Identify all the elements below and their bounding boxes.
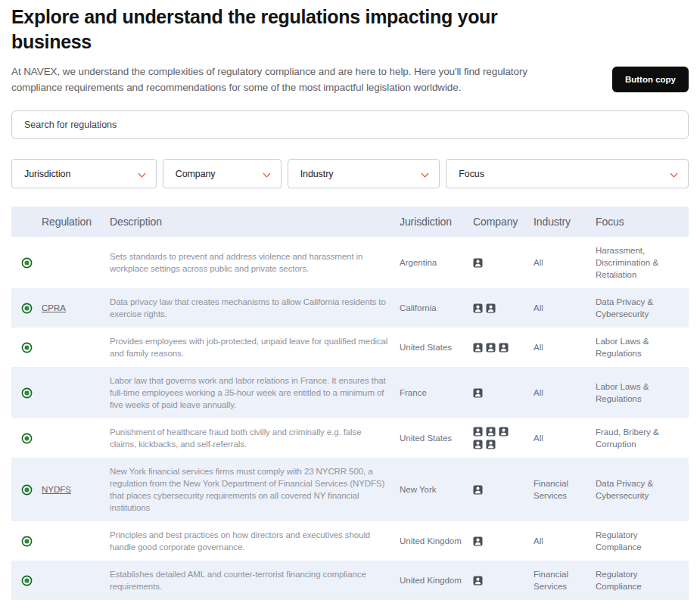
industry-cell: All	[534, 527, 596, 555]
person-badge-icon	[473, 427, 483, 437]
industry-cell: All	[534, 249, 596, 276]
industry-dropdown-label: Industry	[300, 169, 334, 179]
regulation-cell	[42, 533, 110, 549]
company-cell	[473, 296, 523, 321]
focus-cell: Labor Laws & Regulations	[596, 373, 689, 412]
search-bar	[11, 110, 689, 139]
jurisdiction-cell: United Kingdom	[400, 527, 473, 555]
description-cell: Punishment of healthcare fraud both civi…	[110, 418, 400, 458]
industry-cell: All	[534, 334, 596, 361]
company-cell	[473, 529, 523, 554]
regulation-cell	[42, 385, 110, 400]
focus-cell: Data Privacy & Cybersecurity	[596, 288, 689, 328]
table-row: Punishment of healthcare fraud both civi…	[11, 418, 689, 458]
focus-dropdown-label: Focus	[459, 169, 484, 179]
focus-cell: Regulatory Compliance	[596, 561, 689, 600]
regulation-link[interactable]: NYDFS	[42, 485, 71, 494]
green-target-icon	[11, 528, 42, 555]
chevron-down-icon	[421, 167, 429, 181]
company-cell	[473, 250, 523, 275]
person-badge-icon	[473, 485, 483, 495]
person-badge-icon	[473, 343, 483, 353]
page-title: Explore and understand the regulations i…	[11, 5, 541, 54]
company-dropdown[interactable]: Company	[163, 159, 282, 188]
table-row: Establishes detailed AML and counter-ter…	[11, 561, 689, 600]
regulation-cell	[42, 430, 110, 446]
regulation-cell: CPRA	[42, 294, 110, 322]
person-badge-icon	[473, 536, 483, 546]
green-target-icon	[11, 425, 42, 452]
person-badge-icon	[486, 303, 496, 313]
industry-cell: Financial Services	[534, 561, 596, 600]
description-cell: Provides employees with job-protected, u…	[110, 328, 400, 367]
company-cell	[473, 568, 523, 593]
industry-dropdown[interactable]: Industry	[288, 159, 440, 188]
person-badge-icon	[473, 303, 483, 313]
description-cell: Sets standards to prevent and address vi…	[110, 243, 400, 282]
green-target-icon	[11, 295, 42, 322]
industry-cell: All	[534, 294, 596, 322]
intro-row: At NAVEX, we understand the complexities…	[11, 64, 689, 95]
regulation-link[interactable]: CPRA	[42, 303, 66, 312]
company-dropdown-label: Company	[176, 169, 216, 179]
search-input[interactable]	[11, 110, 689, 139]
table-row: Principles and best practices on how dir…	[11, 521, 689, 561]
focus-cell: Harassment, Discrimination & Retaliation	[596, 237, 689, 288]
table-row: CPRAData privacy law that creates mechan…	[11, 288, 689, 328]
person-badge-icon	[473, 440, 483, 449]
jurisdiction-cell: United Kingdom	[400, 567, 473, 594]
download-row	[11, 600, 689, 606]
description-cell: Establishes detailed AML and counter-ter…	[110, 561, 400, 600]
person-badge-icon	[486, 427, 496, 437]
regulations-page: Explore and understand the regulations i…	[0, 0, 700, 606]
description-cell: Labor law that governs work and labor re…	[110, 367, 400, 418]
green-target-icon	[11, 380, 42, 406]
industry-cell: All	[534, 379, 596, 406]
focus-cell: Regulatory Compliance	[596, 521, 689, 561]
focus-dropdown[interactable]: Focus	[446, 159, 689, 188]
column-header-description: Description	[110, 216, 400, 228]
column-header-regulation: Regulation	[42, 216, 110, 228]
jurisdiction-cell: United States	[400, 424, 473, 452]
table-row: Labor law that governs work and labor re…	[11, 367, 689, 418]
column-header-focus: Focus	[596, 216, 689, 228]
regulation-cell	[42, 255, 110, 270]
table-row: Provides employees with job-protected, u…	[11, 328, 689, 367]
industry-cell: All	[534, 424, 596, 452]
company-cell	[473, 381, 523, 406]
cta-button[interactable]: Button copy	[612, 67, 689, 92]
green-target-icon	[11, 250, 42, 276]
jurisdiction-dropdown-label: Jurisdiction	[24, 169, 70, 179]
jurisdiction-cell: Argentina	[400, 249, 473, 276]
person-badge-icon	[473, 258, 483, 268]
green-target-icon	[11, 334, 42, 361]
chevron-down-icon	[263, 167, 271, 181]
table-row: NYDFSNew York financial services firms m…	[11, 458, 689, 521]
column-header-industry: Industry	[534, 216, 596, 228]
intro-text: At NAVEX, we understand the complexities…	[11, 64, 579, 95]
description-cell: Data privacy law that creates mechanisms…	[110, 288, 400, 328]
column-header-company: Company	[473, 216, 534, 228]
focus-cell: Labor Laws & Regulations	[596, 328, 689, 367]
regulation-cell	[42, 340, 110, 355]
focus-cell: Data Privacy & Cybersecurity	[596, 470, 689, 509]
description-cell: Principles and best practices on how dir…	[110, 521, 400, 561]
table-row: Sets standards to prevent and address vi…	[11, 237, 689, 288]
table-body: Sets standards to prevent and address vi…	[11, 237, 689, 600]
filter-row: Jurisdiction Company Industry Focus	[11, 159, 689, 188]
person-badge-icon	[473, 576, 483, 586]
column-header-jurisdiction: Jurisdiction	[400, 216, 473, 228]
green-target-icon	[11, 567, 42, 594]
company-cell	[473, 335, 523, 360]
jurisdiction-dropdown[interactable]: Jurisdiction	[11, 159, 157, 188]
green-target-icon	[11, 477, 42, 503]
person-badge-icon	[499, 427, 509, 437]
jurisdiction-cell: California	[400, 294, 473, 322]
jurisdiction-cell: France	[400, 379, 473, 406]
regulations-table: Regulation Description Jurisdiction Comp…	[11, 207, 689, 600]
description-cell: New York financial services firms must c…	[110, 458, 400, 521]
jurisdiction-cell: New York	[400, 476, 473, 503]
chevron-down-icon	[138, 167, 146, 181]
person-badge-icon	[499, 343, 509, 353]
person-badge-icon	[486, 440, 496, 449]
